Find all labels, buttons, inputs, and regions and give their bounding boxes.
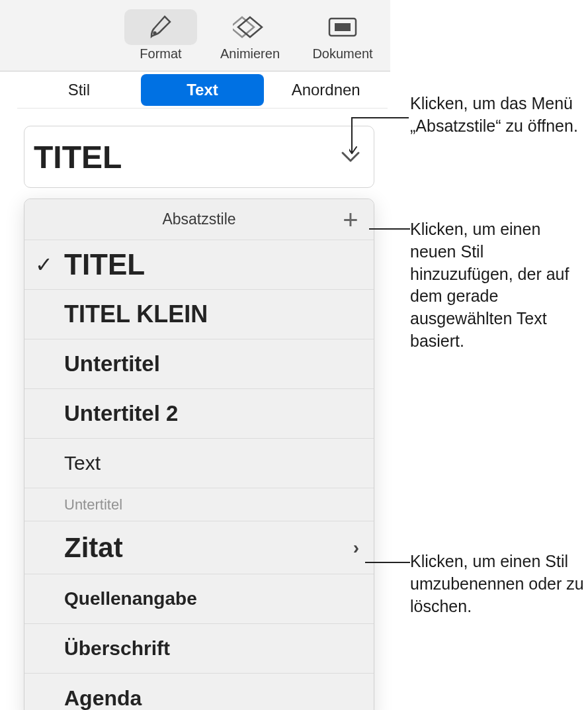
- chevron-down-icon: [341, 151, 360, 163]
- style-item-titel-klein[interactable]: TITEL KLEIN: [24, 290, 374, 339]
- paintbrush-icon: [147, 14, 174, 40]
- tab-style[interactable]: Stil: [17, 71, 141, 108]
- svg-rect-2: [335, 23, 351, 31]
- dropdown-header: Absatzstile +: [24, 199, 374, 240]
- style-label: Text: [64, 452, 101, 474]
- document-label: Dokument: [312, 46, 372, 62]
- style-item-titel[interactable]: ✓ TITEL: [24, 240, 374, 290]
- leader-line-2: [369, 224, 411, 234]
- style-item-text[interactable]: Text: [24, 439, 374, 488]
- paragraph-styles-dropdown: Absatzstile + ✓ TITEL TITEL KLEIN Untert…: [24, 199, 374, 710]
- animate-button[interactable]: Animieren: [204, 9, 296, 66]
- style-label: Untertitel: [64, 496, 122, 513]
- paragraph-styles-list: ✓ TITEL TITEL KLEIN Untertitel Untertite…: [24, 240, 374, 710]
- inspector-tabs: Stil Text Anordnen: [17, 71, 388, 109]
- plus-icon: +: [343, 206, 358, 233]
- style-label: Agenda: [64, 686, 142, 710]
- svg-point-0: [154, 32, 156, 34]
- animate-label: Animieren: [220, 46, 280, 62]
- animate-icon-wrap: [214, 9, 286, 45]
- callout-open-menu: Klicken, um das Menü „Absatzstile“ zu öf…: [410, 93, 587, 138]
- chevron-right-icon[interactable]: ›: [353, 537, 359, 558]
- paragraph-style-selector[interactable]: TITEL: [24, 126, 374, 188]
- style-item-agenda[interactable]: Agenda: [24, 674, 374, 710]
- style-item-quellenangabe[interactable]: Quellenangabe: [24, 574, 374, 624]
- add-style-button[interactable]: +: [339, 208, 362, 231]
- inspector-toolbar: Format Animieren Dokument: [0, 0, 390, 71]
- style-label: Quellenangabe: [64, 588, 197, 609]
- style-item-untertitel[interactable]: Untertitel: [24, 339, 374, 389]
- style-label: TITEL: [64, 248, 145, 281]
- dropdown-title: Absatzstile: [162, 210, 235, 228]
- style-label: Untertitel: [64, 351, 160, 377]
- tab-arrange[interactable]: Anordnen: [264, 71, 388, 108]
- format-label: Format: [140, 46, 181, 62]
- style-label: Zitat: [64, 532, 123, 564]
- style-item-untertitel-2[interactable]: Untertitel 2: [24, 389, 374, 439]
- style-item-caption[interactable]: Untertitel: [24, 488, 374, 521]
- paragraph-style-current: TITEL: [34, 139, 122, 175]
- checkmark-icon: ✓: [35, 252, 53, 277]
- style-item-ueberschrift[interactable]: Überschrift: [24, 624, 374, 674]
- format-button[interactable]: Format: [118, 9, 204, 66]
- style-label: TITEL KLEIN: [64, 300, 208, 328]
- document-icon-wrap: [306, 9, 379, 45]
- style-label: Überschrift: [64, 637, 170, 660]
- format-icon-wrap: [124, 9, 197, 45]
- callout-add-style: Klicken, um einen neuen Stil hinzuzufüge…: [410, 218, 587, 353]
- style-label: Untertitel 2: [64, 401, 178, 426]
- document-button[interactable]: Dokument: [296, 9, 389, 66]
- diamond-icon: [233, 15, 267, 40]
- style-item-zitat[interactable]: Zitat ›: [24, 521, 374, 574]
- tab-text[interactable]: Text: [141, 74, 265, 106]
- document-icon: [328, 16, 357, 38]
- callout-rename-delete: Klicken, um einen Stil umzubenennen oder…: [410, 551, 587, 617]
